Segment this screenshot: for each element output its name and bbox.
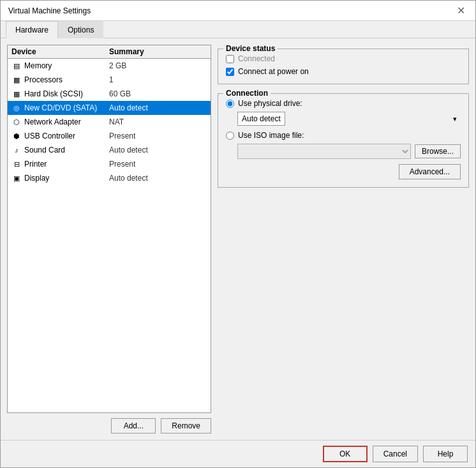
tab-options[interactable]: Options bbox=[58, 21, 103, 38]
device-status-label: Device status bbox=[223, 44, 278, 53]
row-device-4: ⬡ Network Adapter bbox=[11, 117, 109, 127]
connected-row: Connected bbox=[226, 54, 461, 63]
device-icon: ⬢ bbox=[11, 131, 22, 141]
use-physical-drive-label: Use physical drive: bbox=[238, 99, 302, 108]
device-icon: ▤ bbox=[11, 61, 22, 71]
device-table: Device Summary ▤ Memory 2 GB ▩ Processor… bbox=[7, 45, 211, 413]
row-device-1: ▩ Processors bbox=[11, 75, 109, 85]
iso-file-select[interactable] bbox=[237, 144, 411, 159]
device-icon: ▦ bbox=[11, 89, 22, 99]
connected-label: Connected bbox=[238, 54, 275, 63]
row-device-8: ▣ Display bbox=[11, 173, 109, 183]
row-device-3: ◎ New CD/DVD (SATA) bbox=[11, 103, 109, 113]
connect-at-power-on-label: Connect at power on bbox=[238, 67, 309, 76]
close-button[interactable]: ✕ bbox=[454, 4, 468, 17]
device-name: Printer bbox=[24, 160, 47, 169]
device-name: Display bbox=[24, 174, 49, 183]
device-summary: 2 GB bbox=[109, 61, 207, 70]
row-device-7: ⊟ Printer bbox=[11, 159, 109, 169]
connection-label: Connection bbox=[223, 89, 271, 98]
main-content: Device Summary ▤ Memory 2 GB ▩ Processor… bbox=[1, 38, 475, 440]
device-summary: 60 GB bbox=[109, 89, 207, 98]
table-row[interactable]: ⬢ USB Controller Present bbox=[8, 129, 211, 143]
device-icon: ⊟ bbox=[11, 159, 22, 169]
device-name: USB Controller bbox=[24, 132, 75, 140]
device-icon: ◎ bbox=[11, 103, 22, 113]
tab-hardware[interactable]: Hardware bbox=[6, 21, 58, 38]
device-icon: ▣ bbox=[11, 173, 22, 183]
main-window: Virtual Machine Settings ✕ Hardware Opti… bbox=[0, 0, 476, 468]
row-device-5: ⬢ USB Controller bbox=[11, 131, 109, 141]
right-panel: Device status Connected Connect at power… bbox=[218, 45, 469, 434]
table-row[interactable]: ⊟ Printer Present bbox=[8, 157, 211, 171]
device-summary: Present bbox=[109, 160, 207, 169]
device-summary: 1 bbox=[109, 75, 207, 84]
physical-drive-select[interactable]: Auto detect bbox=[237, 112, 285, 126]
browse-button[interactable]: Browse... bbox=[415, 144, 461, 158]
connect-at-power-on-row: Connect at power on bbox=[226, 67, 461, 76]
add-button[interactable]: Add... bbox=[111, 418, 156, 434]
table-row[interactable]: ▤ Memory 2 GB bbox=[8, 59, 211, 73]
device-summary: Auto detect bbox=[109, 174, 207, 183]
ok-button[interactable]: OK bbox=[323, 446, 368, 462]
use-physical-drive-row: Use physical drive: bbox=[226, 99, 461, 108]
connection-group: Connection Use physical drive: Auto dete… bbox=[218, 93, 469, 188]
device-summary: NAT bbox=[109, 117, 207, 126]
table-header: Device Summary bbox=[8, 45, 211, 59]
iso-file-row: Browse... bbox=[237, 144, 461, 159]
bottom-bar: OK Cancel Help bbox=[1, 440, 475, 467]
table-body: ▤ Memory 2 GB ▩ Processors 1 ▦ Hard Disk… bbox=[8, 59, 211, 185]
auto-detect-row: Auto detect bbox=[237, 112, 461, 126]
col-device: Device bbox=[11, 47, 109, 56]
col-summary: Summary bbox=[109, 47, 207, 56]
device-icon: ♪ bbox=[11, 145, 22, 155]
device-icon: ⬡ bbox=[11, 117, 22, 127]
device-status-group: Device status Connected Connect at power… bbox=[218, 49, 469, 84]
table-row[interactable]: ⬡ Network Adapter NAT bbox=[8, 115, 211, 129]
physical-drive-select-wrapper: Auto detect bbox=[237, 112, 461, 126]
table-row[interactable]: ▦ Hard Disk (SCSI) 60 GB bbox=[8, 87, 211, 101]
device-summary: Auto detect bbox=[109, 103, 207, 112]
advanced-row: Advanced... bbox=[226, 164, 461, 179]
device-name: Network Adapter bbox=[24, 117, 81, 126]
device-name: Processors bbox=[24, 75, 63, 84]
remove-button[interactable]: Remove bbox=[161, 418, 211, 434]
connected-checkbox[interactable] bbox=[226, 55, 234, 63]
device-summary: Present bbox=[109, 132, 207, 140]
window-title: Virtual Machine Settings bbox=[8, 6, 91, 15]
iso-select-wrapper bbox=[237, 144, 411, 159]
row-device-2: ▦ Hard Disk (SCSI) bbox=[11, 89, 109, 99]
table-row[interactable]: ◎ New CD/DVD (SATA) Auto detect bbox=[8, 101, 211, 115]
table-row[interactable]: ▣ Display Auto detect bbox=[8, 171, 211, 185]
device-name: Memory bbox=[24, 61, 52, 70]
advanced-button[interactable]: Advanced... bbox=[399, 164, 461, 179]
device-summary: Auto detect bbox=[109, 146, 207, 155]
tab-bar: Hardware Options bbox=[1, 21, 475, 38]
device-name: New CD/DVD (SATA) bbox=[24, 103, 97, 112]
row-device-0: ▤ Memory bbox=[11, 61, 109, 71]
help-button[interactable]: Help bbox=[423, 446, 468, 462]
table-row[interactable]: ♪ Sound Card Auto detect bbox=[8, 143, 211, 157]
left-buttons: Add... Remove bbox=[7, 418, 211, 434]
use-iso-label: Use ISO image file: bbox=[238, 131, 304, 140]
device-name: Hard Disk (SCSI) bbox=[24, 89, 83, 98]
use-physical-drive-radio[interactable] bbox=[226, 100, 234, 108]
row-device-6: ♪ Sound Card bbox=[11, 145, 109, 155]
left-panel: Device Summary ▤ Memory 2 GB ▩ Processor… bbox=[7, 45, 211, 434]
use-iso-row: Use ISO image file: bbox=[226, 131, 461, 140]
title-bar: Virtual Machine Settings ✕ bbox=[1, 1, 475, 21]
device-icon: ▩ bbox=[11, 75, 22, 85]
table-row[interactable]: ▩ Processors 1 bbox=[8, 73, 211, 87]
connect-at-power-on-checkbox[interactable] bbox=[226, 68, 234, 76]
use-iso-radio[interactable] bbox=[226, 132, 234, 140]
cancel-button[interactable]: Cancel bbox=[373, 446, 418, 462]
device-name: Sound Card bbox=[24, 146, 65, 155]
